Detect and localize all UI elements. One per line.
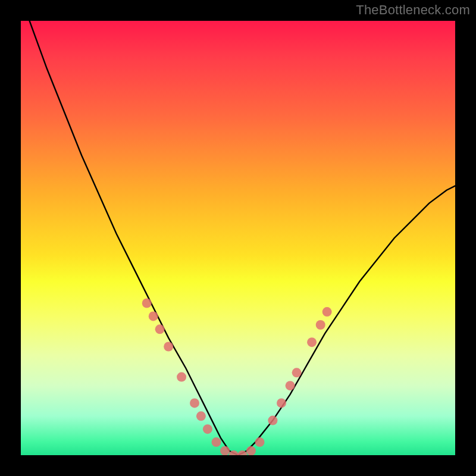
curve-layer <box>21 21 455 455</box>
marker-dot <box>220 446 230 455</box>
marker-dot <box>203 424 212 434</box>
marker-dot <box>277 398 286 408</box>
marker-dot <box>268 416 277 425</box>
marker-dot <box>286 381 295 390</box>
marker-dot <box>322 307 332 317</box>
marker-dot <box>196 411 206 421</box>
marker-dot <box>149 311 158 321</box>
chart-frame: TheBottleneck.com <box>0 0 476 476</box>
marker-dot <box>177 372 186 382</box>
marker-dot <box>155 324 165 334</box>
marker-dot <box>307 337 317 347</box>
marker-dot <box>190 398 199 408</box>
marker-dot <box>246 446 256 455</box>
highlight-markers <box>142 299 332 456</box>
marker-dot <box>142 299 152 308</box>
watermark-text: TheBottleneck.com <box>356 2 470 18</box>
marker-dot <box>316 320 325 330</box>
marker-dot <box>212 437 221 447</box>
bottleneck-curve <box>30 21 455 455</box>
marker-dot <box>255 437 265 447</box>
marker-dot <box>292 368 302 377</box>
marker-dot <box>164 342 173 352</box>
